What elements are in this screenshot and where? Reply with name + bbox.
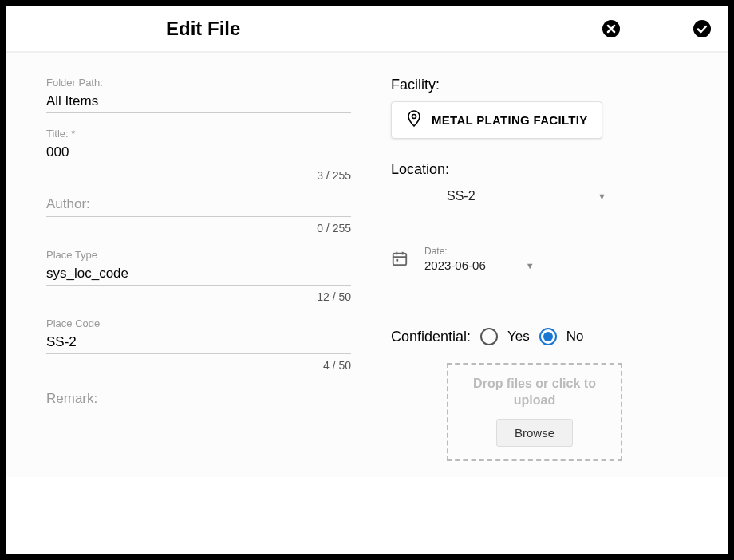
facility-label: Facility: <box>391 77 696 93</box>
chevron-down-icon: ▼ <box>598 191 606 201</box>
location-label: Location: <box>391 161 696 178</box>
place-type-label: Place Type <box>46 249 351 261</box>
svg-rect-7 <box>396 259 398 262</box>
facility-chip-label: METAL PLATING FACILTIY <box>432 113 587 127</box>
date-label: Date: <box>424 246 535 257</box>
dialog-content: Folder Path: Title: * 3 / 255 Author: 0 … <box>6 53 728 477</box>
svg-point-2 <box>412 115 416 119</box>
folder-path-input[interactable] <box>46 92 351 113</box>
svg-point-1 <box>693 20 711 37</box>
date-select[interactable]: 2023-06-06 ▼ <box>424 258 535 272</box>
chevron-down-icon: ▼ <box>526 261 535 270</box>
file-dropzone[interactable]: Drop files or click to upload Browse <box>447 363 622 461</box>
place-code-input[interactable] <box>46 333 351 354</box>
dialog-title: Edit File <box>166 18 240 40</box>
title-label: Title: * <box>46 128 351 140</box>
left-column: Folder Path: Title: * 3 / 255 Author: 0 … <box>46 77 351 461</box>
right-column: Facility: METAL PLATING FACILTIY Locatio… <box>383 77 696 461</box>
place-code-counter: 4 / 50 <box>46 359 351 372</box>
place-type-counter: 12 / 50 <box>46 290 351 303</box>
facility-chip[interactable]: METAL PLATING FACILTIY <box>391 101 602 139</box>
remark-label[interactable]: Remark: <box>46 391 351 411</box>
folder-path-label: Folder Path: <box>46 77 351 89</box>
confidential-yes-radio[interactable] <box>480 328 498 345</box>
author-label[interactable]: Author: <box>46 196 351 217</box>
title-counter: 3 / 255 <box>46 169 351 182</box>
confidential-label: Confidential: <box>391 329 471 345</box>
place-code-label: Place Code <box>46 317 351 329</box>
title-input[interactable] <box>46 143 351 164</box>
calendar-icon[interactable] <box>391 250 408 270</box>
author-counter: 0 / 255 <box>46 222 351 235</box>
date-value: 2023-06-06 <box>424 258 486 272</box>
location-pin-icon <box>406 110 422 130</box>
confidential-no-label: No <box>566 329 584 345</box>
location-select[interactable]: SS-2 ▼ <box>447 186 606 207</box>
close-icon[interactable] <box>602 19 621 38</box>
place-type-input[interactable] <box>46 264 351 286</box>
svg-rect-3 <box>393 254 407 266</box>
confidential-no-radio[interactable] <box>539 328 557 345</box>
confidential-yes-label: Yes <box>507 329 530 345</box>
dropzone-text: Drop files or click to upload <box>456 376 613 409</box>
location-value: SS-2 <box>447 189 476 203</box>
browse-button[interactable]: Browse <box>496 419 573 447</box>
confirm-icon[interactable] <box>693 19 712 38</box>
dialog-header: Edit File <box>6 6 728 53</box>
